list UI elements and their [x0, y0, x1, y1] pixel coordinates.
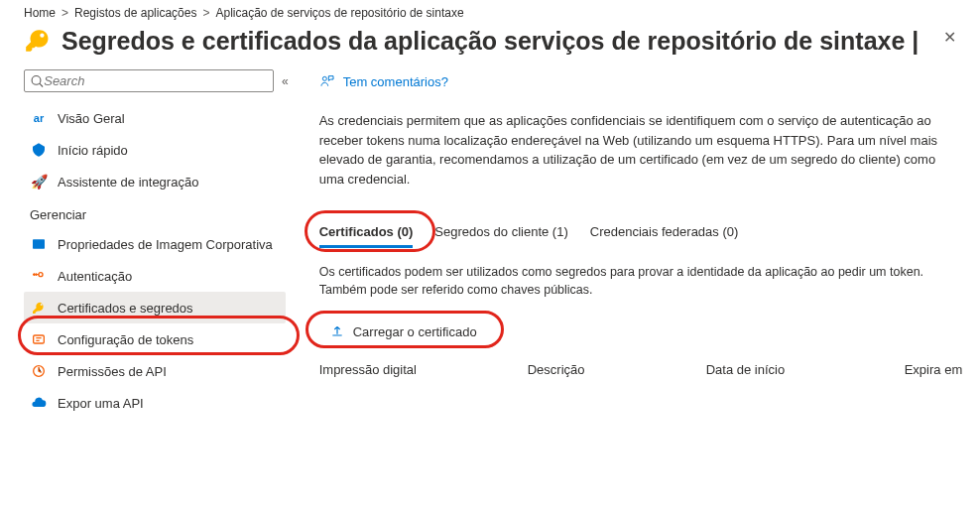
sidebar-item-label: Certificados e segredos [58, 301, 193, 316]
quickstart-icon [30, 141, 48, 159]
upload-certificate-label: Carregar o certificado [353, 324, 477, 339]
breadcrumb-app-registrations[interactable]: Registos de aplicações [74, 6, 196, 20]
sidebar-item-label: Configuração de tokens [58, 332, 193, 347]
svg-rect-1 [34, 335, 45, 343]
sidebar-item-overview[interactable]: ar Visão Geral [24, 102, 286, 134]
sidebar-item-label: Expor uma API [58, 396, 144, 411]
column-expires: Expira em [905, 362, 980, 377]
sidebar-section-manage: Gerenciar [24, 197, 286, 228]
column-description: Descrição [528, 362, 667, 377]
sidebar-item-authentication[interactable]: Autenticação [24, 260, 286, 292]
sidebar-item-integration-assistant[interactable]: 🚀 Assistente de integração [24, 166, 286, 197]
close-icon[interactable]: ✕ [943, 28, 956, 47]
upload-icon [329, 323, 345, 339]
person-feedback-icon [319, 73, 335, 89]
search-input[interactable] [44, 73, 267, 88]
svg-point-3 [322, 76, 326, 80]
sidebar-item-branding[interactable]: Propriedades de Imagem Corporativa [24, 228, 286, 260]
column-start-date: Data de início [706, 362, 865, 377]
page-header: Segredos e certificados da aplicação ser… [0, 22, 980, 69]
search-input-wrap[interactable] [24, 69, 274, 92]
key-small-icon [30, 299, 48, 317]
branding-icon [30, 235, 48, 253]
token-icon [30, 330, 48, 348]
sidebar-item-label: Assistente de integração [58, 175, 198, 190]
sidebar-item-label: Propriedades de Imagem Corporativa [58, 237, 273, 252]
main-content: Tem comentários? As credenciais permitem… [290, 69, 980, 511]
sidebar-item-label: Permissões de API [58, 364, 167, 379]
sidebar-item-quickstart[interactable]: Início rápido [24, 134, 286, 166]
breadcrumb-home[interactable]: Home [24, 6, 56, 20]
auth-icon [30, 267, 48, 285]
credentials-description: As credenciais permitem que as aplicaçõe… [319, 111, 954, 189]
sidebar-item-expose-api[interactable]: Expor uma API [24, 387, 286, 419]
column-thumbprint: Impressão digital [319, 362, 488, 377]
upload-certificate-button[interactable]: Carregar o certificado [319, 319, 487, 344]
tab-certificates[interactable]: Certificados (0) [319, 220, 414, 247]
sidebar-item-certificates-secrets[interactable]: Certificados e segredos [24, 292, 286, 323]
breadcrumb-sep: > [202, 6, 209, 20]
sidebar-item-label: Visão Geral [58, 111, 125, 126]
svg-rect-0 [33, 239, 45, 248]
tab-client-secrets[interactable]: Segredos do cliente (1) [434, 220, 567, 247]
sidebar-item-label: Autenticação [58, 269, 132, 284]
sidebar-item-token-config[interactable]: Configuração de tokens [24, 323, 286, 355]
breadcrumb: Home > Registos de aplicações > Aplicaçã… [0, 0, 980, 22]
breadcrumb-sep: > [61, 6, 68, 20]
certificates-table-header: Impressão digital Descrição Data de iníc… [319, 362, 980, 377]
overview-icon: ar [30, 109, 48, 127]
feedback-label: Tem comentários? [343, 74, 448, 89]
permissions-icon [30, 362, 48, 380]
collapse-sidebar-icon[interactable]: « [282, 74, 286, 88]
rocket-icon: 🚀 [30, 173, 48, 191]
sidebar-item-api-permissions[interactable]: Permissões de API [24, 355, 286, 387]
certificates-tab-description: Os certificados podem ser utilizados com… [319, 263, 954, 299]
breadcrumb-current: Aplicação de serviços de repositório de … [215, 6, 463, 20]
key-icon [24, 26, 50, 56]
tabs: Certificados (0) Segredos do cliente (1)… [319, 220, 980, 247]
sidebar: « ar Visão Geral Início rápido 🚀 Assiste… [0, 69, 290, 511]
feedback-link[interactable]: Tem comentários? [319, 69, 980, 111]
page-title: Segredos e certificados da aplicação ser… [61, 27, 919, 56]
cloud-icon [30, 394, 48, 412]
sidebar-item-label: Início rápido [58, 143, 128, 158]
search-icon [31, 74, 44, 88]
tab-federated-credentials[interactable]: Credenciais federadas (0) [590, 220, 739, 247]
